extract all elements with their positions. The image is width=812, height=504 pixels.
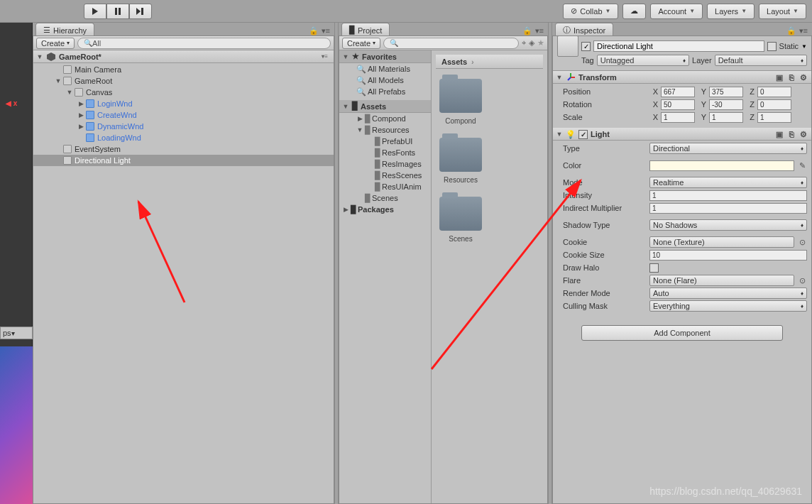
scene-menu-icon[interactable]: ▾≡: [322, 53, 328, 60]
gameobject-name-field[interactable]: [593, 40, 764, 52]
fold-icon[interactable]: ▼: [55, 77, 62, 84]
filter-icon[interactable]: ⌖: [522, 38, 526, 48]
folder-item[interactable]: Resources: [436, 138, 485, 184]
fold-icon[interactable]: [366, 149, 373, 156]
tag-dropdown[interactable]: Untagged♦: [597, 55, 689, 66]
fold-icon[interactable]: [366, 160, 373, 168]
preset-icon[interactable]: ⎘: [786, 129, 796, 139]
indirect-field[interactable]: [649, 203, 807, 214]
fold-icon[interactable]: ▶: [356, 115, 363, 122]
hierarchy-item[interactable]: ▼Canvas: [33, 87, 334, 98]
pause-button[interactable]: [106, 4, 129, 19]
project-folder[interactable]: ▼▉ Resources: [339, 124, 431, 136]
hierarchy-search[interactable]: 🔍 All: [77, 38, 331, 49]
eyedropper-icon[interactable]: ✎: [797, 161, 807, 170]
scene-view[interactable]: ◀ x ps ▾: [0, 23, 33, 504]
project-folder[interactable]: ▉ ResImages: [339, 158, 431, 170]
project-folder[interactable]: ▉ PrefabUI: [339, 136, 431, 147]
step-button[interactable]: [129, 4, 152, 19]
fold-icon[interactable]: [366, 138, 373, 145]
project-tab[interactable]: ▉ Project: [341, 23, 390, 35]
pos-x-field[interactable]: [661, 87, 695, 97]
project-search[interactable]: 🔍: [383, 38, 519, 49]
cullmask-dropdown[interactable]: Everything♦: [649, 300, 807, 312]
project-folder[interactable]: ▉ Scenes: [339, 192, 431, 204]
gameobject-icon[interactable]: [557, 35, 578, 57]
account-button[interactable]: Account ▼: [650, 4, 703, 19]
fold-icon[interactable]: ▼: [36, 53, 43, 60]
cookiesize-field[interactable]: [649, 250, 807, 261]
light-color-field[interactable]: [649, 160, 794, 171]
help-icon[interactable]: ▣: [774, 72, 784, 82]
hierarchy-item[interactable]: ▶CreateWnd: [33, 109, 334, 121]
hierarchy-item[interactable]: EventSystem: [33, 143, 334, 155]
fold-icon[interactable]: ▼: [556, 131, 563, 138]
panel-menu-icon[interactable]: ▾≡: [535, 26, 544, 35]
flare-field[interactable]: None (Flare): [649, 275, 794, 286]
scale-z-field[interactable]: [757, 112, 791, 123]
add-component-button[interactable]: Add Component: [581, 325, 783, 341]
favorite-item[interactable]: 🔍 All Materials: [339, 63, 431, 75]
rot-x-field[interactable]: [661, 99, 695, 110]
create-button[interactable]: Create ▾: [342, 38, 380, 49]
hierarchy-item[interactable]: ▶LoginWnd: [33, 98, 334, 109]
object-picker-icon[interactable]: ⊙: [797, 276, 807, 285]
layout-button[interactable]: Layout ▼: [759, 4, 806, 19]
inspector-tab[interactable]: ⓘ Inspector: [555, 23, 613, 35]
breadcrumb[interactable]: Assets: [441, 57, 467, 66]
cookie-field[interactable]: None (Texture): [649, 236, 794, 248]
hierarchy-item[interactable]: LoadingWnd: [33, 132, 334, 143]
favorite-item[interactable]: 🔍 All Models: [339, 75, 431, 86]
filter-icon[interactable]: ◈: [529, 38, 534, 48]
fold-icon[interactable]: [55, 66, 62, 73]
preset-icon[interactable]: ⎘: [786, 72, 796, 82]
collab-button[interactable]: ⊘ Collab ▼: [563, 4, 618, 19]
hierarchy-tab[interactable]: ☰ Hierarchy: [35, 23, 94, 35]
rot-y-field[interactable]: [709, 99, 743, 110]
layer-dropdown[interactable]: Default♦: [715, 55, 807, 66]
static-checkbox[interactable]: [767, 42, 777, 51]
project-folder[interactable]: ▶▉ Compond: [339, 113, 431, 124]
light-enabled-checkbox[interactable]: ✓: [578, 130, 588, 139]
lock-icon[interactable]: 🔒: [522, 26, 532, 35]
active-checkbox[interactable]: ✓: [581, 42, 591, 51]
project-folder[interactable]: ▉ ResUIAnim: [339, 181, 431, 192]
light-header[interactable]: ▼ 💡 ✓ Light ▣⎘⚙: [553, 128, 811, 141]
shadow-dropdown[interactable]: No Shadows♦: [649, 219, 807, 231]
fold-icon[interactable]: [55, 157, 62, 164]
fold-icon[interactable]: ▶: [77, 100, 84, 107]
drawhalo-checkbox[interactable]: [649, 263, 659, 273]
rendermode-dropdown[interactable]: Auto♦: [649, 287, 807, 299]
hierarchy-item[interactable]: ▶DynamicWnd: [33, 121, 334, 132]
favorite-icon[interactable]: ★: [537, 38, 544, 48]
scale-x-field[interactable]: [661, 112, 695, 123]
light-type-dropdown[interactable]: Directional♦: [649, 143, 807, 154]
fold-icon[interactable]: [366, 183, 373, 190]
lock-icon[interactable]: 🔒: [786, 26, 796, 35]
project-folder[interactable]: ▉ ResScenes: [339, 170, 431, 181]
light-mode-dropdown[interactable]: Realtime♦: [649, 177, 807, 188]
fold-icon[interactable]: ▼: [356, 126, 363, 133]
assets-header[interactable]: ▼▉ Assets: [339, 100, 431, 113]
intensity-field[interactable]: [649, 190, 807, 201]
help-icon[interactable]: ▣: [774, 129, 784, 139]
folder-item[interactable]: Compond: [436, 79, 485, 125]
fold-icon[interactable]: [55, 146, 62, 153]
favorite-item[interactable]: 🔍 All Prefabs: [339, 86, 431, 97]
favorites-header[interactable]: ▼★ Favorites: [339, 50, 431, 63]
hierarchy-item[interactable]: ▼GameRoot: [33, 75, 334, 87]
transform-header[interactable]: ▼ Transform ▣⎘⚙: [553, 71, 811, 84]
pos-y-field[interactable]: [709, 87, 743, 97]
lock-icon[interactable]: 🔒: [309, 26, 319, 35]
fold-icon[interactable]: ▼: [66, 89, 73, 96]
panel-menu-icon[interactable]: ▾≡: [322, 26, 330, 35]
hierarchy-item[interactable]: Directional Light: [33, 155, 334, 166]
pos-z-field[interactable]: [757, 87, 791, 97]
fold-icon[interactable]: [356, 195, 363, 202]
layers-button[interactable]: Layers ▼: [707, 4, 755, 19]
scene-header[interactable]: ▼ GameRoot* ▾≡: [33, 50, 334, 63]
fold-icon[interactable]: ▶: [77, 123, 84, 130]
project-folder[interactable]: ▉ ResFonts: [339, 147, 431, 158]
object-picker-icon[interactable]: ⊙: [797, 238, 807, 247]
cloud-button[interactable]: ☁: [622, 4, 646, 19]
